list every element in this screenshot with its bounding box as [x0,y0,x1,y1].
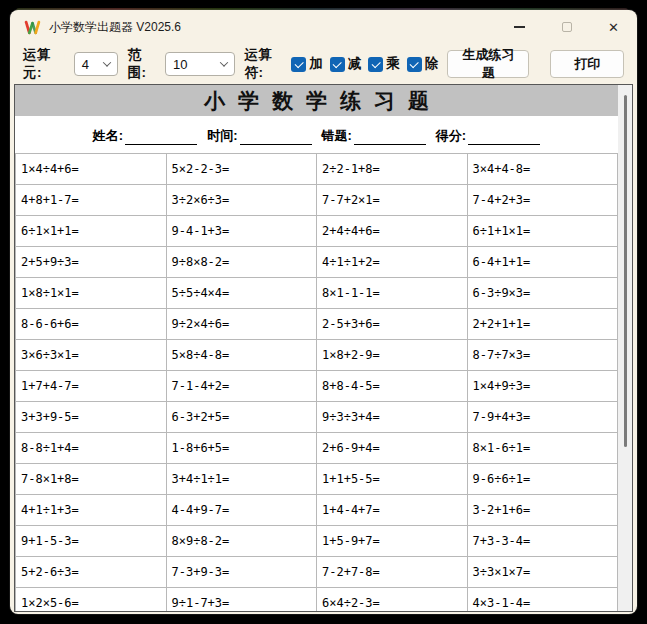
minimize-icon [514,26,525,27]
problem-cell: 6÷1+1×1= [467,216,618,247]
problem-cell: 7-2+7-8= [317,557,468,588]
checkbox-checked-icon [407,57,422,72]
problem-cell: 8×9÷8-2= [166,526,317,557]
problem-cell: 1×2×5-6= [16,588,167,613]
problem-cell: 9÷3÷3+4= [317,402,468,433]
problem-cell: 3×6÷3×1= [16,340,167,371]
field-name-blank [125,130,197,145]
field-time: 时间: [207,127,311,145]
problem-cell: 6×4÷2-3= [317,588,468,613]
problem-cell: 4+1÷1+3= [16,495,167,526]
problem-row: 1×2×5-6=9÷1-7+3=6×4÷2-3=4×3-1-4= [16,588,618,613]
problem-cell: 2+4÷4+6= [317,216,468,247]
problem-cell: 7-3+9-3= [166,557,317,588]
problem-cell: 1×8÷1×1= [16,278,167,309]
problem-cell: 1×8+2-9= [317,340,468,371]
scrollbar-thumb[interactable] [624,95,627,447]
problem-cell: 4+8+1-7= [16,185,167,216]
problem-cell: 4÷1÷1+2= [317,247,468,278]
problem-row: 1+7+4-7=7-1-4+2=8+8-4-5=1×4+9÷3= [16,371,618,402]
problem-cell: 7-9+4+3= [467,402,618,433]
problems-table: 1×4÷4+6=5×2-2-3=2÷2-1+8=3×4+4-8=4+8+1-7=… [15,153,618,612]
toolbar: 运算元: 4 范围: 10 运算符: 加 减 乘 [10,44,637,84]
worksheet: 小学数学练习题 姓名: 时间: 错题: 得分: [15,85,618,611]
generate-button[interactable]: 生成练习题 [447,50,529,78]
minimize-button[interactable] [496,10,543,44]
field-wrong-blank [354,130,426,145]
problem-cell: 7-8×1+8= [16,464,167,495]
print-button[interactable]: 打印 [550,50,624,78]
problem-row: 3×6÷3×1=5×8÷4-8=1×8+2-9=8-7÷7×3= [16,340,618,371]
problem-row: 9+1-5-3=8×9÷8-2=1+5-9+7=7+3-3-4= [16,526,618,557]
problem-cell: 2+2+1+1= [467,309,618,340]
problem-cell: 8-7÷7×3= [467,340,618,371]
problem-cell: 7-1-4+2= [166,371,317,402]
problem-cell: 2+6-9+4= [317,433,468,464]
problem-cell: 1+5-9+7= [317,526,468,557]
close-button[interactable]: ✕ [590,10,637,44]
problem-cell: 3×4+4-8= [467,154,618,185]
problem-cell: 1×4÷4+6= [16,154,167,185]
problem-row: 6÷1×1+1=9-4-1+3=2+4÷4+6=6÷1+1×1= [16,216,618,247]
problem-row: 8-6-6+6=9÷2×4÷6=2-5+3+6=2+2+1+1= [16,309,618,340]
vertical-scrollbar[interactable] [618,85,632,611]
problem-row: 2+5+9÷3=9÷8×8-2=4÷1÷1+2=6-4+1+1= [16,247,618,278]
problem-row: 7-8×1+8=3+4÷1÷1=1+1+5-5=9-6÷6÷1= [16,464,618,495]
problem-cell: 5+2-6÷3= [16,557,167,588]
problem-cell: 2-5+3+6= [317,309,468,340]
field-time-blank [240,130,312,145]
field-score-blank [468,130,540,145]
chevron-down-icon [219,58,227,66]
chevron-down-icon [102,58,110,66]
problem-row: 3+3+9-5=6-3+2+5=9÷3÷3+4=7-9+4+3= [16,402,618,433]
operator-checkbox-subtract[interactable]: 减 [330,55,362,73]
window-title: 小学数学出题器 V2025.6 [49,19,181,36]
problem-cell: 6-3÷9×3= [467,278,618,309]
problem-cell: 3+4÷1÷1= [166,464,317,495]
field-time-label: 时间: [207,127,237,145]
operator-multiply-label: 乘 [386,55,400,73]
problem-cell: 4-4+9-7= [166,495,317,526]
app-window: 小学数学出题器 V2025.6 ✕ 运算元: 4 范围: 10 运算符: 加 减 [10,10,637,614]
problem-cell: 9-6÷6÷1= [467,464,618,495]
operators-group: 加 减 乘 除 [291,55,445,73]
problem-cell: 1-8+6+5= [166,433,317,464]
problem-cell: 2+5+9÷3= [16,247,167,278]
problem-cell: 8-6-6+6= [16,309,167,340]
problem-cell: 7+3-3-4= [467,526,618,557]
checkbox-checked-icon [330,57,345,72]
close-icon: ✕ [608,21,619,34]
problem-cell: 8×1-6÷1= [467,433,618,464]
operator-checkbox-divide[interactable]: 除 [407,55,439,73]
problem-cell: 9+1-5-3= [16,526,167,557]
field-score: 得分: [436,127,540,145]
problem-cell: 3-2+1+6= [467,495,618,526]
problem-cell: 3÷2×6÷3= [166,185,317,216]
problem-cell: 9÷1-7+3= [166,588,317,613]
app-logo-icon [24,19,41,36]
operand-select[interactable]: 4 [74,52,118,76]
problem-cell: 1+1+5-5= [317,464,468,495]
problem-cell: 9÷2×4÷6= [166,309,317,340]
problem-row: 5+2-6÷3=7-3+9-3=7-2+7-8=3÷3×1×7= [16,557,618,588]
checkbox-checked-icon [291,57,306,72]
operand-label: 运算元: [23,46,68,82]
operator-checkbox-add[interactable]: 加 [291,55,323,73]
range-select[interactable]: 10 [165,52,234,76]
problem-cell: 8-8÷1+4= [16,433,167,464]
problem-row: 8-8÷1+4=1-8+6+5=2+6-9+4=8×1-6÷1= [16,433,618,464]
problem-row: 4+1÷1+3=4-4+9-7=1+4-4+7=3-2+1+6= [16,495,618,526]
field-score-label: 得分: [436,127,466,145]
problem-cell: 2÷2-1+8= [317,154,468,185]
worksheet-title: 小学数学练习题 [191,87,442,115]
range-value: 10 [173,57,187,72]
problem-cell: 5×8÷4-8= [166,340,317,371]
operator-subtract-label: 减 [348,55,362,73]
problem-row: 1×4÷4+6=5×2-2-3=2÷2-1+8=3×4+4-8= [16,154,618,185]
maximize-button[interactable] [543,10,590,44]
operator-checkbox-multiply[interactable]: 乘 [368,55,400,73]
field-wrong: 错题: [322,127,426,145]
field-name-label: 姓名: [93,127,123,145]
problem-cell: 9÷8×8-2= [166,247,317,278]
problem-cell: 4×3-1-4= [467,588,618,613]
